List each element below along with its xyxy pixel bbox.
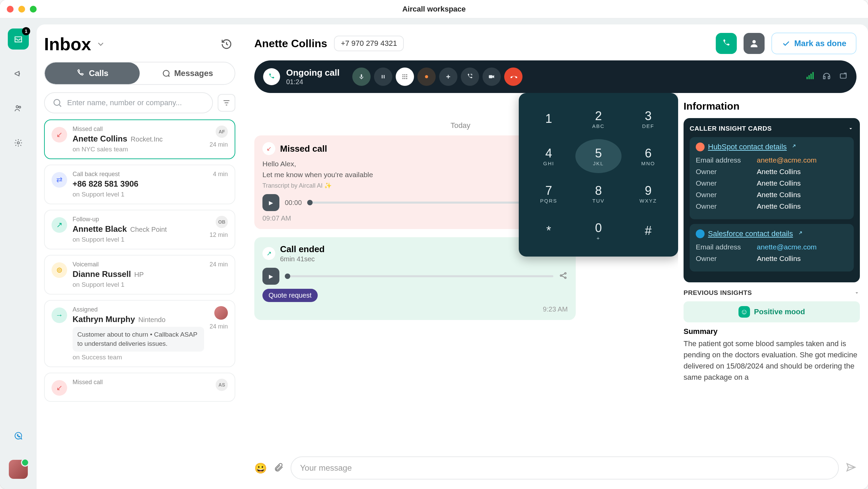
mute-button[interactable] [352,68,371,86]
dialpad-overlay: 12ABC3DEF4GHI5JKL6MNO7PQRS8TUV9WXYZ*0+# [519,93,678,257]
inbox-item-name: Dianne Russell [73,269,131,279]
search-input[interactable]: Enter name, number or company... [44,92,213,113]
svg-point-15 [405,78,406,79]
inbox-item[interactable]: ⇄ Call back request +86 828 581 3906 on … [44,165,235,204]
attach-button[interactable] [274,462,284,474]
info-row: OwnerAnette Collins [696,255,848,263]
mood-icon: ☺ [738,306,750,318]
info-row-label: Owner [696,168,750,176]
dialpad-key-#[interactable]: # [625,214,671,248]
contact-phone[interactable]: +7 970 279 4321 [334,36,404,51]
inbox-item[interactable]: ↗ Follow-up Annette BlackCheck Point on … [44,210,235,249]
call-ended-icon: ↗ [262,247,275,260]
record-button[interactable] [417,68,436,86]
tab-messages[interactable]: Messages [140,62,235,84]
dialpad-number: 1 [545,112,552,126]
mark-done-button[interactable]: Mark as done [771,33,856,54]
mic-icon [358,73,365,80]
nav-settings[interactable] [8,132,29,153]
assign-button[interactable] [744,33,765,54]
hubspot-icon [696,143,705,151]
dialpad-key-7[interactable]: 7PQRS [526,176,572,210]
call-button[interactable] [716,33,737,54]
dialpad-key-9[interactable]: 9WXYZ [625,176,671,210]
call-ended-title: Call ended [280,244,324,255]
user-avatar[interactable] [9,460,28,479]
emoji-button[interactable]: 😀 [254,462,267,474]
inbox-header: Inbox [44,34,235,54]
dialpad-key-0[interactable]: 0+ [575,214,622,248]
audio-start: 00:00 [285,199,302,207]
play-button[interactable]: ▶ [262,194,279,211]
message-input[interactable]: Your message [291,456,839,479]
headset-button[interactable] [822,71,831,82]
dialpad-letters: TUV [592,198,605,204]
inbox-item[interactable]: ⊚ Voicemail Dianne RussellHP on Support … [44,255,235,295]
salesforce-title: Salesforce contact details [708,229,793,238]
nav-dialer[interactable] [8,425,29,446]
dialpad-number: 5 [595,146,602,161]
nav-people[interactable] [8,98,29,119]
info-row-value[interactable]: anette@acme.com [757,156,817,164]
dialpad-number: 9 [645,184,652,198]
main-panel: Anette Collins +7 970 279 4321 Mark as d… [243,24,868,489]
dialpad-key-5[interactable]: 5JKL [575,139,622,173]
nav-inbox[interactable]: 1 [8,29,29,50]
inbox-title-row[interactable]: Inbox [44,34,105,54]
audio-track[interactable] [285,275,553,277]
dialpad-key-1[interactable]: 1 [526,102,572,136]
call-status-title: Ongoing call [286,68,339,78]
dialpad-key-2[interactable]: 2ABC [575,102,622,136]
svg-point-1 [19,106,21,108]
video-button[interactable] [482,68,501,86]
info-row-value[interactable]: anette@acme.com [757,243,817,251]
inbox-item-tag: Assigned [73,306,204,313]
pause-icon [380,73,387,80]
add-participant-button[interactable] [439,68,457,86]
salesforce-link[interactable]: Salesforce contact details [696,229,848,238]
call-tag[interactable]: Quote request [262,289,318,302]
inbox-item[interactable]: → Assigned Kathryn MurphyNintendo Custom… [44,300,235,367]
inbox-item-tag: Missed call [73,126,204,133]
dialpad-key-4[interactable]: 4GHI [526,139,572,173]
send-button[interactable] [846,462,856,474]
people-icon [14,104,23,113]
dialpad-button[interactable] [396,68,414,86]
inbox-item-sub: on NYC sales team [73,146,204,153]
transfer-button[interactable] [461,68,479,86]
svg-point-14 [403,78,404,79]
fullscreen-window-button[interactable] [30,6,37,13]
svg-point-24 [560,275,562,276]
missed-call-title: Missed call [280,144,327,154]
mark-done-label: Mark as done [794,39,846,48]
dialpad-key-8[interactable]: 8TUV [575,176,622,210]
dialpad-key-*[interactable]: * [526,214,572,248]
phone-bubble-icon [14,431,23,440]
history-button[interactable] [218,35,235,53]
inbox-item[interactable]: ↙ Missed call AS [44,373,235,402]
inbox-item-company: Nintendo [138,316,165,323]
filter-button[interactable] [218,94,235,112]
share-button[interactable] [559,271,568,281]
audio-track[interactable] [307,202,545,204]
hangup-button[interactable] [504,68,522,86]
tab-calls[interactable]: Calls [45,62,140,84]
nav-campaigns[interactable] [8,63,29,84]
svg-point-16 [407,78,408,79]
dialpad-key-3[interactable]: 3DEF [625,102,671,136]
caller-insight-header[interactable]: CALLER INSIGHT CARDS [690,125,854,132]
summary-text: The patient got some blood samples taken… [684,338,860,383]
dialpad-key-6[interactable]: 6MNO [625,139,671,173]
hold-button[interactable] [374,68,392,86]
play-button[interactable]: ▶ [262,268,279,285]
inbox-item[interactable]: ↙ Missed call Anette CollinsRocket.Inc o… [44,119,235,159]
popout-button[interactable] [839,72,848,82]
hubspot-link[interactable]: HubSpot contact details [696,143,848,151]
previous-insights-label: PREVIOUS INSIGHTS [684,289,752,297]
call-status-text: Ongoing call 01:24 [286,68,339,86]
close-window-button[interactable] [7,6,14,13]
previous-insights-header[interactable]: PREVIOUS INSIGHTS [684,289,860,297]
main-split: Sales USA Today ↙ Missed call Hello Alex… [243,93,868,450]
nav-rail: 1 [0,18,37,489]
minimize-window-button[interactable] [18,6,25,13]
